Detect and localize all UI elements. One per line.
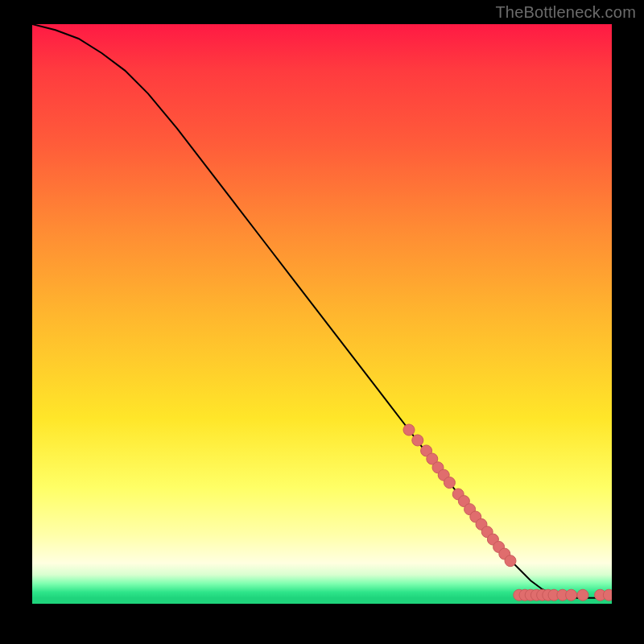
data-marker bbox=[577, 589, 588, 601]
plot-area bbox=[32, 24, 612, 604]
chart-stage: TheBottleneck.com bbox=[0, 0, 644, 644]
data-marker bbox=[566, 589, 577, 601]
data-marker bbox=[603, 589, 612, 601]
data-marker bbox=[412, 435, 423, 446]
data-marker bbox=[505, 555, 516, 567]
watermark-text: TheBottleneck.com bbox=[495, 3, 636, 22]
chart-svg bbox=[32, 24, 612, 604]
marker-layer bbox=[403, 424, 612, 601]
bottleneck-curve bbox=[32, 24, 612, 598]
bottleneck-curve-path bbox=[32, 24, 612, 598]
data-marker bbox=[444, 477, 455, 489]
data-marker bbox=[403, 424, 415, 436]
